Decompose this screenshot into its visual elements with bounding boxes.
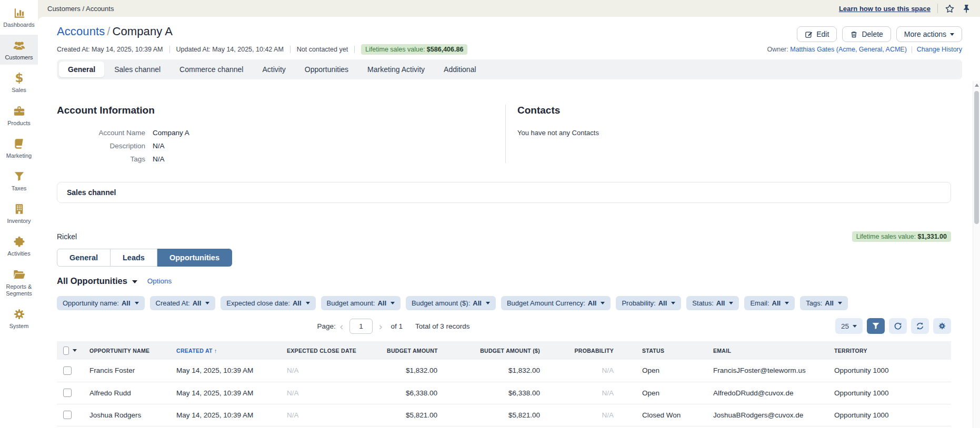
filter-label: Created At:	[156, 299, 190, 307]
filter-created-at[interactable]: Created At:All	[150, 296, 216, 310]
row-checkbox[interactable]	[63, 411, 72, 419]
channel-lifetime-value: $1,331.00	[917, 233, 947, 240]
filter-label: Budget Amount Currency:	[507, 299, 585, 307]
filter-email[interactable]: Email:All	[744, 296, 795, 310]
grid-settings-button[interactable]	[933, 318, 951, 334]
tab-opportunities[interactable]: Opportunities	[296, 62, 357, 77]
filter-probability[interactable]: Probability:All	[616, 296, 681, 310]
refresh-button[interactable]	[889, 318, 907, 334]
channel-tab-leads[interactable]: Leads	[111, 249, 157, 267]
page-size-dropdown[interactable]: 25	[835, 318, 863, 334]
col-probability[interactable]: PROBABILITY	[546, 341, 620, 360]
field-description: Description N/A	[57, 142, 505, 150]
col-opportunity-name[interactable]: OPPORTUNITY NAME	[83, 341, 170, 360]
sidebar-item-taxes[interactable]: Taxes	[0, 166, 38, 196]
change-history-link[interactable]: Change History	[917, 46, 962, 53]
grid-view-name: All Opportunities	[57, 276, 127, 286]
filter-budget-amount[interactable]: Budget amount:All	[321, 296, 401, 310]
prev-page-icon[interactable]: ‹	[336, 321, 347, 331]
channel-tab-opportunities[interactable]: Opportunities	[157, 249, 232, 267]
scrollbar-thumb[interactable]	[974, 91, 979, 224]
sidebar-item-products[interactable]: Products	[0, 100, 38, 130]
sidebar-item-customers[interactable]: Customers	[0, 35, 38, 65]
next-page-icon[interactable]: ›	[375, 321, 386, 331]
chevron-down-icon	[205, 302, 209, 304]
filter-opportunity-name[interactable]: Opportunity name:All	[57, 296, 145, 310]
opportunities-table: OPPORTUNITY NAME CREATED AT EXPECTED CLO…	[57, 341, 951, 426]
filter-bar: Opportunity name:All Created At:All Expe…	[57, 296, 951, 310]
sidebar-item-activities[interactable]: Activities	[0, 231, 38, 261]
col-created-at[interactable]: CREATED AT	[170, 341, 281, 360]
tab-sales-channel[interactable]: Sales channel	[105, 62, 169, 77]
tab-general[interactable]: General	[59, 62, 104, 77]
edit-button[interactable]: Edit	[797, 26, 837, 42]
sidebar-item-sales[interactable]: $ Sales	[0, 67, 38, 97]
sidebar-item-dashboards[interactable]: Dashboards	[0, 2, 38, 32]
sidebar-item-label: Activities	[7, 250, 30, 257]
sync-icon	[916, 322, 924, 330]
sidebar-item-inventory[interactable]: Inventory	[0, 198, 38, 228]
field-value: N/A	[153, 155, 165, 163]
grid-options-link[interactable]: Options	[147, 277, 172, 285]
sales-channel-panel[interactable]: Sales channel	[57, 182, 951, 203]
page-of-label: of 1	[391, 322, 403, 330]
more-actions-button[interactable]: More actions	[896, 26, 962, 42]
filter-budget-amount-usd[interactable]: Budget amount ($):All	[406, 296, 496, 310]
filter-tags[interactable]: Tags:All	[800, 296, 848, 310]
favorite-star-icon[interactable]	[945, 4, 955, 14]
col-expected-close-date[interactable]: EXPECTED CLOSE DATE	[281, 341, 381, 360]
col-territory[interactable]: TERRITORY	[828, 341, 951, 360]
filters-toggle-button[interactable]	[867, 318, 885, 334]
col-budget-amount[interactable]: BUDGET AMOUNT	[381, 341, 444, 360]
owner-link[interactable]: Matthias Gates (Acme, General, ACME)	[790, 46, 907, 53]
filter-budget-currency[interactable]: Budget Amount Currency:All	[501, 296, 611, 310]
filter-expected-close-date[interactable]: Expected close date:All	[221, 296, 315, 310]
page-header: Accounts/Company A Edit Delete More acti…	[57, 17, 962, 79]
col-budget-amount-usd[interactable]: BUDGET AMOUNT ($)	[444, 341, 546, 360]
cell-expected-close-date: N/A	[281, 382, 381, 404]
cell-email: AlfredoDRudd@cuvox.de	[707, 382, 828, 404]
filter-status[interactable]: Status:All	[686, 296, 739, 310]
scroll-up-icon[interactable]	[975, 84, 979, 87]
accounts-breadcrumb-link[interactable]: Accounts	[57, 25, 105, 38]
pencil-icon	[805, 30, 813, 38]
page-number-input[interactable]	[349, 319, 373, 334]
cell-territory: Opportunity 1000	[828, 360, 951, 382]
cell-opportunity-name: Francis Foster	[83, 360, 170, 382]
chevron-down-icon[interactable]	[73, 349, 77, 352]
tab-commerce-channel[interactable]: Commerce channel	[171, 62, 252, 77]
sidebar-item-marketing[interactable]: Marketing	[0, 133, 38, 163]
page-size-value: 25	[841, 322, 849, 330]
sidebar-item-reports-segments[interactable]: Reports & Segments	[0, 264, 38, 301]
table-row[interactable]: Francis Foster May 14, 2025, 10:39 AM N/…	[57, 360, 951, 382]
owner-divider	[912, 46, 912, 53]
svg-text:$: $	[15, 72, 23, 85]
pin-icon[interactable]	[962, 4, 972, 14]
grid-view-selector[interactable]: All Opportunities	[57, 276, 137, 286]
channel-tab-general[interactable]: General	[57, 249, 111, 267]
table-row[interactable]: Alfredo Rudd May 14, 2025, 10:39 AM N/A …	[57, 382, 951, 404]
tab-activity[interactable]: Activity	[253, 62, 294, 77]
cell-budget-amount-usd: $6,338.00	[444, 382, 546, 404]
channel-lifetime-label: Lifetime sales value:	[856, 233, 916, 240]
filter-value: All	[588, 299, 597, 307]
field-label: Account Name	[57, 129, 145, 137]
reset-button[interactable]	[911, 318, 929, 334]
tab-marketing-activity[interactable]: Marketing Activity	[358, 62, 434, 77]
col-email[interactable]: EMAIL	[707, 341, 828, 360]
delete-button[interactable]: Delete	[842, 26, 891, 42]
app-window: Dashboards Customers $ Sales Products Ma…	[0, 0, 980, 428]
chevron-down-icon	[486, 302, 490, 304]
vertical-scrollbar[interactable]	[973, 81, 980, 428]
gear-icon	[13, 308, 26, 321]
field-label: Description	[57, 142, 145, 150]
table-row[interactable]: Joshua Rodgers May 14, 2025, 10:39 AM N/…	[57, 404, 951, 426]
select-all-checkbox[interactable]	[63, 347, 69, 355]
col-status[interactable]: STATUS	[620, 341, 707, 360]
learn-space-link[interactable]: Learn how to use this space	[839, 5, 931, 13]
sidebar-item-system[interactable]: System	[0, 303, 38, 333]
tab-additional[interactable]: Additional	[435, 62, 485, 77]
row-checkbox[interactable]	[63, 389, 72, 397]
row-checkbox[interactable]	[63, 366, 72, 375]
filter-value: All	[825, 299, 834, 307]
